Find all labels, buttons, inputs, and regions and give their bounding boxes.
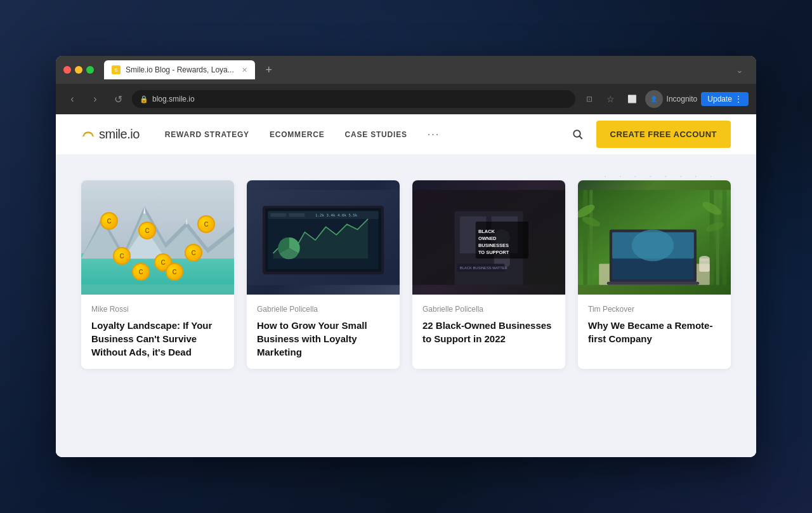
svg-text:TO SUPPORT: TO SUPPORT — [478, 250, 509, 255]
laptop-svg: 1.2k 3.4k 4.0k 5.5k — [247, 180, 400, 295]
coin-3: C — [197, 215, 215, 233]
address-bar[interactable]: 🔒 blog.smile.io — [132, 90, 575, 108]
card-4[interactable]: Tim Peckover Why We Became a Remote-firs… — [578, 180, 731, 369]
svg-line-1 — [579, 136, 582, 139]
tab-title: Smile.io Blog - Rewards, Loya... — [126, 65, 234, 74]
logo-text: smile.io — [99, 127, 140, 142]
browser-nav: ‹ › ↺ 🔒 blog.smile.io ⊡ ☆ ⬜ 👤 Incognito … — [56, 84, 756, 114]
site-logo[interactable]: smile.io — [81, 127, 140, 142]
card-3[interactable]: BLACK OWNED BUSINESSES TO SUPPORT BLACK … — [412, 180, 565, 369]
svg-rect-33 — [583, 190, 587, 285]
main-content: C C C C C C C C Mike Rossi Loyalty Lands… — [56, 155, 756, 457]
card-image-3: BLACK OWNED BUSINESSES TO SUPPORT BLACK … — [412, 180, 565, 295]
card-title-3: 22 Black-Owned Businesses to Support in … — [422, 319, 555, 345]
nav-actions: ⊡ ☆ ⬜ 👤 Incognito Update ⋮ — [580, 90, 749, 108]
svg-rect-37 — [723, 190, 727, 285]
black-owned-svg: BLACK OWNED BUSINESSES TO SUPPORT BLACK … — [412, 180, 565, 295]
card-image-4 — [578, 180, 731, 295]
card-image-1: C C C C C C C C — [81, 180, 234, 295]
coin-4: C — [113, 247, 131, 265]
create-account-button[interactable]: CREATE FREE ACCOUNT — [596, 121, 731, 148]
nav-case-studies[interactable]: CASE STUDIES — [344, 130, 407, 139]
header-actions: CREATE FREE ACCOUNT — [572, 121, 731, 148]
card-body-2: Gabrielle Policella How to Grow Your Sma… — [247, 295, 400, 369]
maximize-button[interactable] — [86, 66, 94, 74]
svg-rect-15 — [289, 213, 304, 217]
lock-icon: 🔒 — [140, 95, 148, 103]
tab-favicon: S — [112, 65, 121, 74]
svg-point-47 — [632, 230, 674, 262]
bookmark-icon[interactable]: ☆ — [602, 90, 620, 108]
url-text: blog.smile.io — [152, 95, 195, 103]
svg-rect-34 — [589, 190, 593, 285]
card-body-1: Mike Rossi Loyalty Landscape: If Your Bu… — [81, 295, 234, 369]
browser-tab[interactable]: S Smile.io Blog - Rewards, Loya... ✕ — [104, 60, 255, 79]
card-image-2: 1.2k 3.4k 4.0k 5.5k — [247, 180, 400, 295]
reload-button[interactable]: ↺ — [109, 90, 127, 108]
update-button[interactable]: Update ⋮ — [701, 92, 749, 106]
svg-text:BLACK: BLACK — [478, 229, 495, 234]
svg-point-49 — [699, 256, 710, 261]
coin-8: C — [166, 263, 183, 281]
mountain-svg — [81, 180, 234, 295]
tab-close-button[interactable]: ✕ — [242, 66, 247, 74]
close-button[interactable] — [63, 66, 71, 74]
coin-7: C — [132, 263, 150, 281]
browser-chrome: S Smile.io Blog - Rewards, Loya... ✕ + ⌄… — [56, 56, 756, 114]
svg-text:OWNED: OWNED — [478, 236, 497, 241]
card-author-2: Gabrielle Policella — [257, 305, 390, 314]
card-body-3: Gabrielle Policella 22 Black-Owned Busin… — [412, 295, 565, 356]
extensions-icon[interactable]: ⬜ — [624, 90, 641, 108]
svg-text:BLACK BUSINESS MATTER: BLACK BUSINESS MATTER — [460, 266, 508, 270]
svg-rect-14 — [270, 213, 286, 217]
smile-logo-icon — [81, 128, 95, 142]
site-nav: REWARD STRATEGY ECOMMERCE CASE STUDIES ·… — [165, 129, 572, 140]
new-tab-button[interactable]: + — [260, 61, 278, 79]
svg-text:1.2k  3.4k  4.0k  5.5k: 1.2k 3.4k 4.0k 5.5k — [315, 213, 358, 217]
cards-grid: C C C C C C C C Mike Rossi Loyalty Lands… — [81, 180, 731, 369]
coin-1: C — [100, 212, 118, 230]
site-header: smile.io REWARD STRATEGY ECOMMERCE CASE … — [56, 114, 756, 155]
coin-2: C — [138, 222, 156, 239]
website-content: smile.io REWARD STRATEGY ECOMMERCE CASE … — [56, 114, 756, 457]
card-author-1: Mike Rossi — [91, 305, 224, 314]
card-1[interactable]: C C C C C C C C Mike Rossi Loyalty Lands… — [81, 180, 234, 369]
card-body-4: Tim Peckover Why We Became a Remote-firs… — [578, 295, 731, 356]
nav-reward-strategy[interactable]: REWARD STRATEGY — [165, 130, 249, 139]
back-button[interactable]: ‹ — [63, 90, 81, 108]
nature-laptop-svg — [578, 180, 731, 295]
card-title-1: Loyalty Landscape: If Your Business Can'… — [91, 319, 224, 359]
card-title-4: Why We Became a Remote-first Company — [588, 319, 721, 345]
card-author-3: Gabrielle Policella — [422, 305, 555, 314]
search-icon — [572, 129, 584, 140]
nav-ecommerce[interactable]: ECOMMERCE — [270, 130, 325, 139]
svg-point-0 — [573, 130, 580, 137]
profile-avatar[interactable]: 👤 — [645, 90, 663, 108]
coin-6: C — [185, 244, 202, 262]
traffic-lights — [63, 66, 94, 74]
forward-button[interactable]: › — [86, 90, 104, 108]
svg-text:BUSINESSES: BUSINESSES — [478, 243, 509, 248]
search-button[interactable] — [572, 129, 584, 140]
svg-rect-50 — [607, 282, 699, 285]
browser-titlebar: S Smile.io Blog - Rewards, Loya... ✕ + ⌄ — [56, 56, 756, 84]
nav-more-button[interactable]: ··· — [428, 129, 440, 140]
card-author-4: Tim Peckover — [588, 305, 721, 314]
browser-window: S Smile.io Blog - Rewards, Loya... ✕ + ⌄… — [56, 56, 756, 457]
cast-icon[interactable]: ⊡ — [580, 90, 598, 108]
incognito-label: Incognito — [667, 95, 698, 103]
card-2[interactable]: 1.2k 3.4k 4.0k 5.5k Gabrielle Policella … — [247, 180, 400, 369]
card-title-2: How to Grow Your Small Business with Loy… — [257, 319, 390, 359]
svg-rect-36 — [716, 190, 719, 285]
minimize-button[interactable] — [75, 66, 82, 74]
window-collapse-icon[interactable]: ⌄ — [736, 65, 749, 75]
